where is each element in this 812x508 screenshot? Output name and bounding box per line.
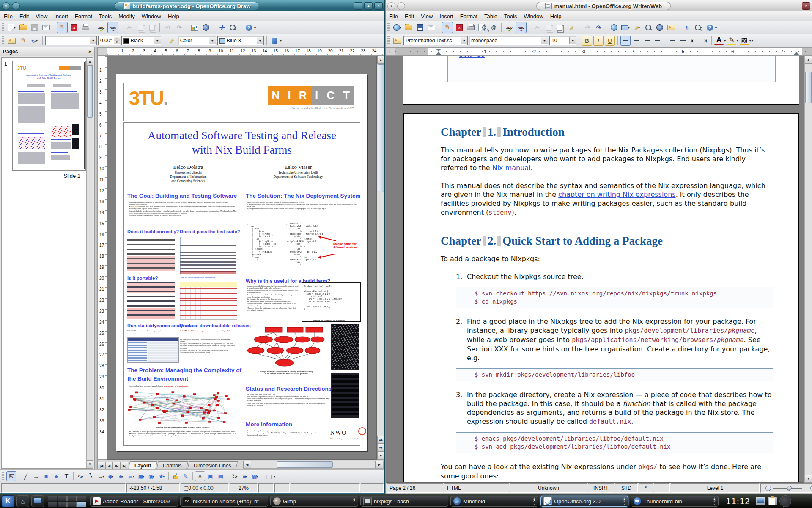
fill-type-select[interactable]: Color▼ [178, 36, 216, 45]
nonprinting-chars-button[interactable]: ¶ [682, 22, 692, 33]
curve-tool[interactable]: ∿▾ [76, 472, 85, 481]
open-button[interactable] [18, 22, 28, 33]
window-menu-button[interactable]: ▾ [2, 2, 10, 10]
maximize-button[interactable]: ▲ [364, 2, 373, 10]
tab-type-selector[interactable]: L [386, 47, 395, 56]
toolbar-overflow[interactable]: ▾ [715, 26, 717, 30]
task-thunderbird[interactable]: Thunderbird-bin ▲2▼ [631, 496, 719, 507]
increase-indent-button[interactable]: ⇥ [700, 36, 709, 45]
menu-window[interactable]: Window [138, 12, 165, 20]
menu-format[interactable]: Format [71, 12, 96, 20]
edit-mode-button[interactable] [442, 22, 453, 33]
tab-layout[interactable]: Layout [128, 461, 157, 469]
underline-button[interactable]: U [605, 36, 615, 46]
undo-button[interactable]: ▾ [162, 22, 173, 33]
titlebar-draw[interactable]: ▾ + buildfarms-poster.odg - OpenOffice.o… [0, 0, 384, 11]
format-paintbrush-button[interactable] [566, 22, 576, 33]
new-document-button[interactable]: ▾ [7, 22, 17, 33]
menu-modify[interactable]: Modify [115, 12, 138, 20]
export-pdf-button[interactable]: A [69, 22, 79, 33]
align-center-button[interactable] [632, 36, 641, 45]
copy-button[interactable] [543, 22, 554, 33]
line-style-select[interactable]: ⎯⎯⎯⎯⎯⎯▼ [45, 36, 97, 45]
menu-file[interactable]: File [0, 12, 16, 20]
save-button[interactable] [415, 22, 425, 33]
menu-format[interactable]: Format [457, 12, 481, 20]
page-thumbnail[interactable]: 3TU Automated Software Testing and Relea… [14, 62, 85, 169]
task-gimp[interactable]: Gimp ▲2▼ [270, 496, 358, 507]
tab-controls[interactable]: Controls [156, 461, 188, 469]
panel-cashew[interactable] [779, 495, 791, 507]
clock[interactable]: 11:12 [726, 496, 750, 506]
text-tool[interactable]: T [62, 472, 71, 481]
close-button[interactable]: × [374, 2, 383, 10]
pager-desktop-1[interactable] [48, 496, 57, 501]
menu-tools[interactable]: Tools [96, 12, 115, 20]
menu-help[interactable]: Help [165, 12, 183, 20]
export-pdf-button[interactable]: A [454, 22, 464, 33]
toolbar-overflow[interactable]: ▾ [752, 39, 753, 43]
open-button[interactable] [403, 22, 414, 33]
styles-button[interactable] [7, 36, 17, 46]
arrow-tool[interactable]: → [31, 472, 41, 481]
from-file-tool[interactable]: ▣ [206, 472, 215, 481]
help-button[interactable]: ? [244, 22, 254, 33]
email-button[interactable] [41, 22, 51, 33]
lines-arrows-tool[interactable]: →▾ [96, 472, 105, 481]
copy-button[interactable] [135, 22, 145, 33]
menu-help[interactable]: Help [547, 12, 565, 20]
vertical-ruler[interactable]: 1234567891011121314151617181920212223242… [98, 56, 107, 460]
tab-dimension-lines[interactable]: Dimension Lines [187, 461, 238, 469]
background-color-button[interactable]: ▨ [740, 36, 749, 45]
pager-desktop-6[interactable] [58, 502, 67, 507]
writer-vertical-scrollbar[interactable]: ▲ ▼ [804, 56, 812, 483]
print-button[interactable] [466, 22, 476, 33]
navigator-button[interactable] [655, 22, 665, 33]
toolbar-grip[interactable] [387, 36, 390, 45]
alignment-tool[interactable]: ≡▾ [240, 472, 250, 481]
toolbar-grip[interactable] [2, 472, 4, 480]
menu-edit[interactable]: Edit [401, 12, 417, 20]
toolbar-grip[interactable] [2, 23, 4, 32]
pager-desktop-8[interactable] [77, 502, 86, 507]
klipper-tray-icon[interactable] [768, 497, 777, 505]
spellcheck-button[interactable]: ABC [504, 22, 514, 33]
rotate-tool[interactable]: ↻▾ [230, 472, 239, 481]
align-right-button[interactable] [642, 36, 652, 45]
font-size-select[interactable]: 10▼ [549, 36, 576, 45]
styles-button[interactable] [392, 36, 402, 46]
align-justify-button[interactable] [653, 36, 662, 45]
zoom-button[interactable]: ▾ [228, 22, 238, 33]
status-selection-mode[interactable]: STD [615, 483, 638, 493]
tab-nav-buttons[interactable]: |◀◀▶▶| [98, 462, 128, 469]
paragraph-style-select[interactable]: Preformatted Text.sc▼ [403, 36, 468, 45]
chart-button[interactable] [189, 22, 200, 33]
task-terminal[interactable]: nixpkgs : bash [360, 496, 448, 507]
task-minefield[interactable]: Minefield ▲3▼ [450, 496, 538, 507]
numbered-list-button[interactable] [668, 36, 677, 45]
page-preview-button[interactable] [477, 22, 487, 33]
save-button[interactable] [30, 22, 40, 33]
undo-button[interactable]: ▾ [582, 22, 592, 33]
gallery-tool[interactable]: ▤ [216, 472, 225, 481]
extrusion-tool[interactable]: ◫ [264, 472, 274, 481]
desktop-pager[interactable] [48, 496, 86, 507]
autospellcheck-button[interactable]: ABC [107, 22, 118, 33]
edit-mode-button[interactable] [57, 22, 68, 33]
status-zoom-slider[interactable]: −+ [760, 483, 812, 493]
fontwork-tool[interactable]: A [195, 471, 205, 481]
menu-window[interactable]: Window [520, 12, 546, 20]
cut-button[interactable] [532, 22, 542, 33]
status-language[interactable]: Unknown [510, 483, 587, 493]
pager-desktop-2[interactable] [58, 496, 67, 501]
gallery-button[interactable] [666, 22, 676, 33]
connector-tool[interactable]: ꜛ▾ [86, 472, 95, 481]
fill-color-select[interactable]: Blue 8▼ [217, 36, 264, 45]
pages-panel-scrollbar[interactable]: ▲▼ [86, 58, 93, 468]
horizontal-ruler[interactable]: 123456789101112131415161718192021222324 [107, 47, 384, 56]
redo-button[interactable]: ▾ [174, 22, 184, 33]
minimize-button[interactable]: − [354, 2, 362, 10]
stars-tool[interactable]: ★▾ [157, 472, 166, 481]
right-indent-marker[interactable] [794, 52, 799, 55]
menu-edit[interactable]: Edit [16, 12, 32, 20]
